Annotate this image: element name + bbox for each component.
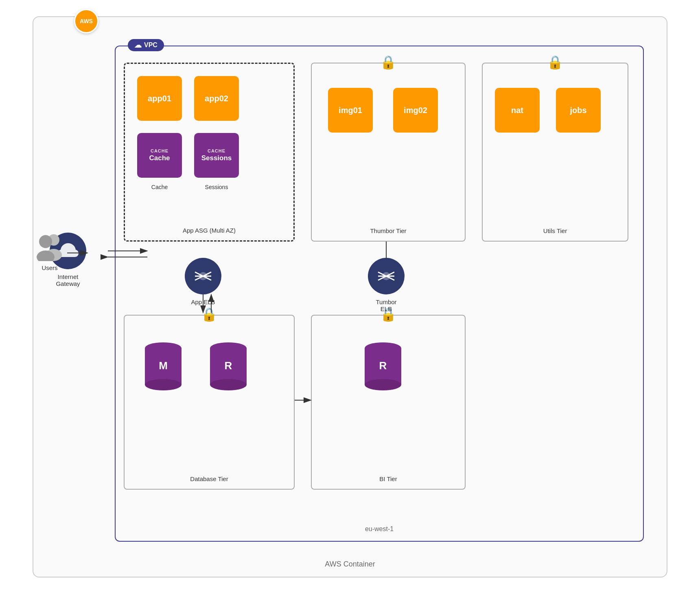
utils-tier-box: 🔒 nat jobs Utils Tier: [482, 63, 628, 242]
svg-point-10: [365, 379, 401, 390]
diagram-container: AWS AWS Container VPC eu-west-1 app01 ap…: [0, 0, 700, 610]
sessions-label: Sessions: [194, 184, 239, 190]
app-asg-label: App ASG (Multi AZ): [183, 227, 236, 234]
svg-point-34: [39, 235, 52, 248]
cache-sessions-icon: CACHE Sessions: [194, 133, 239, 178]
thumbor-tier-box: 🔒 img01 img02 Thumbor Tier: [311, 63, 466, 242]
users-group: Users: [33, 233, 66, 271]
svg-text:M: M: [159, 359, 168, 372]
svg-point-2: [145, 379, 182, 390]
database-tier-box: 🔒 M R: [124, 315, 295, 490]
aws-badge: AWS: [74, 9, 98, 33]
app-elb-circle: [185, 258, 221, 294]
vpc-badge: VPC: [128, 39, 164, 51]
svg-text:R: R: [225, 359, 232, 372]
utils-lock-icon: 🔒: [547, 54, 563, 70]
svg-text:R: R: [379, 359, 387, 372]
app02-icon: app02: [194, 76, 239, 121]
vpc-container: VPC eu-west-1 app01 app02 CACHE Cache CA…: [115, 46, 644, 542]
db-r-icon: R: [206, 340, 251, 394]
bi-tier-box: 🔒 R BI Tier: [311, 315, 466, 490]
cache-label: Cache: [137, 184, 182, 190]
thumbor-elb-circle: [368, 258, 405, 294]
nat-icon: nat: [495, 88, 540, 133]
bi-tier-label: BI Tier: [379, 475, 397, 482]
database-tier-label: Database Tier: [190, 475, 228, 482]
thumbor-tier-label: Thumbor Tier: [370, 227, 406, 234]
users-label: Users: [33, 264, 66, 271]
eu-west-label: eu-west-1: [365, 525, 394, 533]
utils-tier-label: Utils Tier: [543, 227, 567, 234]
jobs-icon: jobs: [556, 88, 601, 133]
app-asg-box: app01 app02 CACHE Cache CACHE Sessions C…: [124, 63, 295, 242]
aws-container-label: AWS Container: [325, 560, 375, 569]
aws-container: AWS AWS Container VPC eu-west-1 app01 ap…: [33, 16, 667, 577]
cache-cache-icon: CACHE Cache: [137, 133, 182, 178]
thumbor-lock-icon: 🔒: [380, 54, 396, 70]
app01-icon: app01: [137, 76, 182, 121]
bi-r-icon: R: [361, 340, 405, 394]
img01-icon: img01: [328, 88, 373, 133]
database-lock-icon: 🔒: [201, 307, 217, 322]
app-elb-label: App ELB: [177, 298, 230, 305]
gateway-label: InternetGateway: [42, 273, 94, 287]
thumbor-elb-label: TumborELB: [360, 298, 413, 312]
img02-icon: img02: [393, 88, 438, 133]
db-m-icon: M: [141, 340, 186, 394]
svg-point-6: [210, 379, 247, 390]
